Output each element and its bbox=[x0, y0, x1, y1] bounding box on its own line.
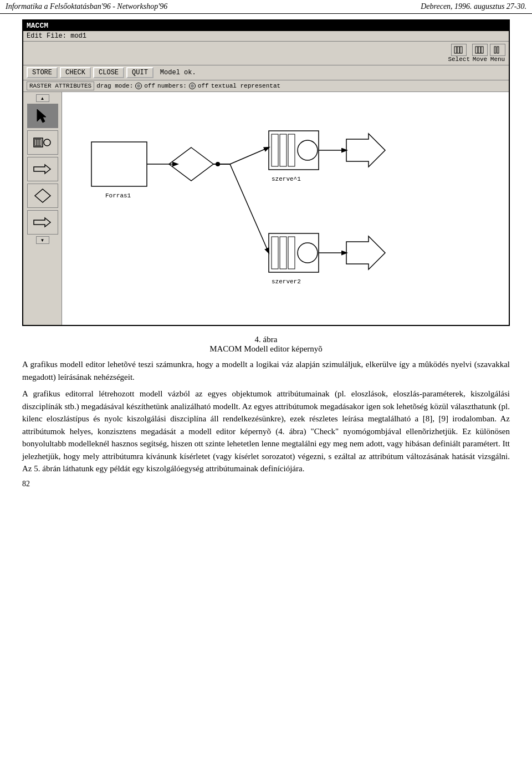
sidebar-exit-tool[interactable] bbox=[27, 210, 58, 235]
svg-rect-7 bbox=[497, 47, 499, 53]
svg-marker-32 bbox=[346, 134, 385, 167]
figure-caption: 4. ábra MACOM Modell editor képernyõ bbox=[22, 335, 510, 354]
menu-icon bbox=[490, 44, 505, 56]
scroll-down-button[interactable]: ▼ bbox=[36, 236, 49, 244]
sidebar-diamond-tool[interactable] bbox=[27, 184, 58, 208]
sidebar-cursor-tool[interactable] bbox=[27, 104, 58, 128]
check-button[interactable]: CHECK bbox=[60, 67, 91, 78]
svg-rect-12 bbox=[39, 139, 41, 146]
sidebar-arrow-tool[interactable] bbox=[27, 157, 58, 181]
svg-rect-3 bbox=[475, 47, 478, 53]
page-content: MACCM Edit File: mod1 Select bbox=[0, 14, 532, 500]
svg-text:szerver2: szerver2 bbox=[272, 278, 301, 285]
svg-rect-26 bbox=[272, 134, 278, 166]
textual-label: textual representat bbox=[211, 83, 280, 89]
scroll-up-button[interactable]: ▲ bbox=[36, 94, 49, 102]
store-button[interactable]: STORE bbox=[27, 67, 58, 78]
svg-point-37 bbox=[298, 243, 318, 263]
raster-bar: RASTER ATTRIBUTES drag mode: off numbers… bbox=[23, 80, 509, 92]
toolbar: Select Move bbox=[23, 42, 509, 65]
svg-text:Forras1: Forras1 bbox=[105, 192, 131, 199]
figure-title: MACOM Modell editor képernyõ bbox=[209, 344, 323, 353]
numbers-value: off bbox=[198, 83, 209, 89]
close-button[interactable]: CLOSE bbox=[93, 67, 124, 78]
svg-point-13 bbox=[44, 139, 50, 146]
svg-rect-17 bbox=[91, 142, 147, 186]
figure-number: 4. ábra bbox=[255, 335, 278, 344]
numbers-radio[interactable] bbox=[189, 83, 196, 89]
canvas-area[interactable]: Forras1 bbox=[62, 92, 509, 325]
select-tool[interactable]: Select bbox=[448, 44, 470, 63]
svg-marker-40 bbox=[346, 236, 385, 269]
svg-rect-5 bbox=[481, 47, 483, 53]
sidebar-server-tool[interactable] bbox=[27, 130, 58, 155]
svg-rect-36 bbox=[288, 237, 295, 269]
svg-rect-10 bbox=[35, 139, 37, 146]
page-number: 82 bbox=[22, 480, 510, 488]
title-bar: MACCM bbox=[23, 21, 509, 31]
svg-rect-35 bbox=[280, 237, 287, 269]
status-text: Model ok. bbox=[160, 69, 196, 77]
diagram-svg: Forras1 bbox=[62, 92, 509, 325]
numbers-label: numbers: bbox=[157, 83, 187, 89]
svg-rect-27 bbox=[280, 134, 287, 166]
svg-rect-34 bbox=[272, 237, 278, 269]
svg-text:szerve^1: szerve^1 bbox=[272, 176, 301, 182]
svg-marker-8 bbox=[37, 109, 46, 123]
svg-rect-11 bbox=[37, 139, 39, 146]
page-header: Informatika a Felsőoktatásban'96 - Netwo… bbox=[0, 0, 532, 14]
svg-point-41 bbox=[216, 162, 220, 166]
toolbar-group: Select Move bbox=[448, 44, 505, 63]
svg-marker-14 bbox=[34, 165, 50, 174]
svg-rect-25 bbox=[269, 131, 319, 170]
svg-line-22 bbox=[230, 147, 269, 164]
paragraph-1: A grafikus modell editor lehetõvé teszi … bbox=[22, 358, 510, 383]
quit-button[interactable]: QUIT bbox=[126, 67, 154, 78]
svg-rect-1 bbox=[457, 47, 459, 53]
move-icon bbox=[472, 44, 488, 56]
editor-area: ▲ bbox=[23, 92, 509, 325]
header-left: Informatika a Felsőoktatásban'96 - Netwo… bbox=[6, 2, 167, 11]
menu-tool[interactable]: Menu bbox=[490, 44, 505, 63]
select-icon bbox=[451, 44, 467, 56]
move-tool[interactable]: Move bbox=[472, 44, 488, 63]
svg-rect-2 bbox=[460, 47, 462, 53]
svg-point-29 bbox=[298, 140, 318, 160]
svg-marker-16 bbox=[34, 218, 50, 227]
svg-marker-15 bbox=[35, 189, 50, 202]
svg-rect-4 bbox=[478, 47, 480, 53]
drag-mode-label: drag mode: bbox=[96, 83, 133, 89]
svg-rect-33 bbox=[269, 233, 319, 272]
svg-rect-0 bbox=[454, 47, 457, 53]
drag-value: off bbox=[144, 83, 155, 89]
svg-line-24 bbox=[230, 164, 269, 253]
buttons-row: STORE CHECK CLOSE QUIT Model ok. bbox=[23, 65, 509, 80]
svg-rect-28 bbox=[288, 134, 295, 166]
sidebar: ▲ bbox=[23, 92, 62, 325]
drag-radio[interactable] bbox=[135, 83, 142, 89]
raster-label: RASTER ATTRIBUTES bbox=[27, 82, 94, 90]
svg-rect-6 bbox=[494, 47, 496, 53]
body-text-1: A grafikus modell editor lehetõvé teszi … bbox=[22, 358, 510, 475]
paragraph-2: A grafikus editorral létrehozott modell … bbox=[22, 388, 510, 475]
header-right: Debrecen, 1996. augusztus 27-30. bbox=[421, 2, 526, 11]
menu-bar: Edit File: mod1 bbox=[23, 31, 509, 42]
screenshot-window: MACCM Edit File: mod1 Select bbox=[22, 19, 510, 326]
